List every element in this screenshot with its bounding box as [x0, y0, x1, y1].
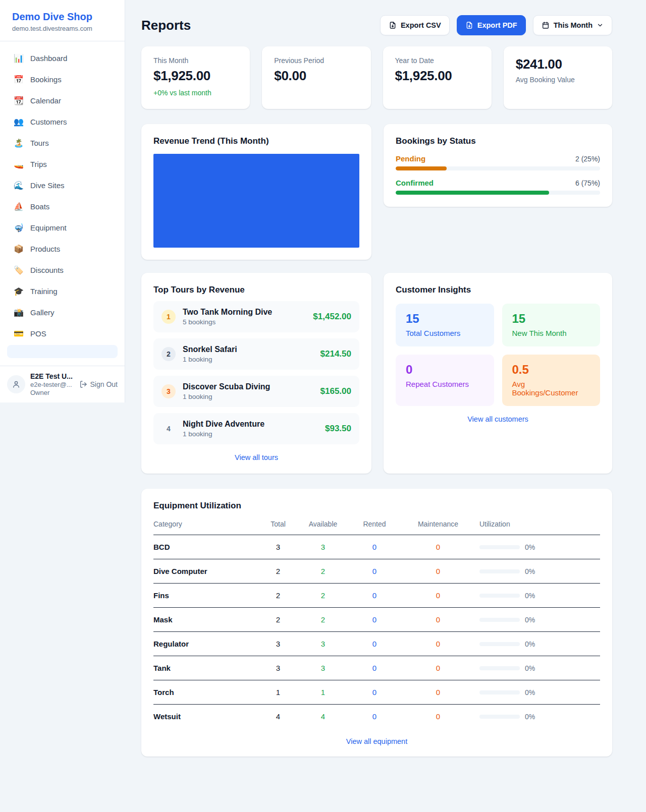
table-row: Dive Computer 2 2 0 0 0%: [153, 559, 600, 584]
sidebar-item-boats[interactable]: ⛵Boats: [6, 197, 119, 216]
chevron-down-icon: [597, 22, 604, 29]
export-csv-label: Export CSV: [401, 21, 441, 29]
sidebar-item-label: Dive Sites: [30, 181, 65, 190]
tile-new-this-month: 15 New This Month: [502, 304, 601, 346]
user-name: E2E Test U...: [30, 372, 74, 380]
sidebar-item-customers[interactable]: 👥Customers: [6, 112, 119, 132]
tour-revenue: $214.50: [320, 349, 351, 359]
boats-icon: ⛵: [13, 202, 24, 211]
revenue-trend-card: Revenue Trend (This Month): [141, 124, 371, 260]
tour-row: 1 Two Tank Morning Dive5 bookings $1,452…: [153, 301, 359, 332]
cell-category: Regulator: [153, 632, 255, 656]
cell-available: 2: [301, 584, 345, 608]
export-pdf-label: Export PDF: [477, 21, 517, 29]
cell-utilization: 0%: [472, 680, 600, 705]
page-header: Reports Export CSV Export PDF This Month: [141, 15, 612, 35]
tile-avg-bookings: 0.5 Avg Bookings/Customer: [502, 355, 601, 406]
tile-repeat-customers: 0 Repeat Customers: [396, 355, 494, 406]
view-all-equipment-link[interactable]: View all equipment: [153, 737, 600, 745]
customer-insights-title: Customer Insights: [396, 285, 600, 295]
sidebar-item-training[interactable]: 🎓Training: [6, 281, 119, 301]
utilization-bar: [479, 594, 520, 598]
gallery-icon: 📸: [13, 308, 24, 317]
sidebar-item-label: Training: [30, 287, 58, 296]
tour-revenue: $165.00: [320, 386, 351, 396]
calendar-icon: [542, 21, 550, 29]
sidebar-item-products[interactable]: 📦Products: [6, 239, 119, 259]
utilization-pct: 0%: [525, 688, 535, 697]
sidebar-item-discounts[interactable]: 🏷️Discounts: [6, 260, 119, 280]
cell-available: 3: [301, 656, 345, 680]
status-row-confirmed: Confirmed 6 (75%): [396, 179, 600, 195]
cell-category: Mask: [153, 608, 255, 632]
sign-out-label: Sign Out: [90, 380, 118, 388]
dive-sites-icon: 🌊: [13, 181, 24, 190]
sidebar-item-gallery[interactable]: 📸Gallery: [6, 303, 119, 322]
trips-icon: 🚤: [13, 159, 24, 169]
view-all-tours-link[interactable]: View all tours: [153, 453, 359, 461]
cell-total: 3: [255, 632, 301, 656]
status-label: Pending: [396, 154, 425, 163]
equipment-utilization-title: Equipment Utilization: [153, 501, 600, 511]
export-pdf-button[interactable]: Export PDF: [457, 15, 526, 35]
cell-maintenance: 0: [404, 680, 472, 705]
tours-icon: 🏝️: [13, 138, 24, 148]
cell-rented: 0: [345, 559, 404, 584]
sidebar-item-label: Tours: [30, 139, 49, 147]
cell-category: Tank: [153, 656, 255, 680]
sidebar-item-bookings[interactable]: 📅Bookings: [6, 70, 119, 89]
tour-revenue: $93.50: [325, 424, 351, 434]
rank-badge: 4: [162, 422, 176, 436]
table-row: Regulator 3 3 0 0 0%: [153, 632, 600, 656]
col-utilization: Utilization: [472, 516, 600, 535]
cell-category: Torch: [153, 680, 255, 705]
utilization-pct: 0%: [525, 713, 535, 721]
sidebar-item-trips[interactable]: 🚤Trips: [6, 154, 119, 174]
sidebar-item-dive-sites[interactable]: 🌊Dive Sites: [6, 176, 119, 195]
sidebar-item-label: Boats: [30, 202, 49, 211]
sidebar-item-pos[interactable]: 💳POS: [6, 324, 119, 343]
tour-revenue: $1,452.00: [313, 312, 351, 322]
sidebar-item-label: Equipment: [30, 223, 67, 232]
cell-available: 3: [301, 632, 345, 656]
table-row: Tank 3 3 0 0 0%: [153, 656, 600, 680]
equipment-utilization-card: Equipment Utilization Category Total Ava…: [141, 489, 612, 757]
sidebar-item-reports-partial[interactable]: [7, 345, 118, 358]
view-all-customers-link[interactable]: View all customers: [396, 415, 600, 423]
stat-label: Previous Period: [274, 56, 358, 65]
user-icon: [12, 380, 21, 389]
utilization-pct: 0%: [525, 567, 535, 575]
status-count: 6 (75%): [575, 179, 600, 187]
cell-total: 1: [255, 680, 301, 705]
export-csv-button[interactable]: Export CSV: [380, 15, 450, 35]
status-label: Confirmed: [396, 179, 434, 187]
utilization-bar: [479, 618, 520, 622]
sidebar-item-tours[interactable]: 🏝️Tours: [6, 133, 119, 153]
cell-available: 2: [301, 608, 345, 632]
cell-available: 2: [301, 559, 345, 584]
utilization-bar: [479, 690, 520, 694]
equipment-table-header: Category Total Available Rented Maintena…: [153, 516, 600, 535]
brand-name: Demo Dive Shop: [12, 10, 113, 23]
cell-category: BCD: [153, 535, 255, 559]
cell-total: 2: [255, 608, 301, 632]
tile-label: Repeat Customers: [406, 380, 484, 388]
cell-rented: 0: [345, 656, 404, 680]
sidebar-item-label: Calendar: [30, 96, 61, 105]
utilization-bar: [479, 569, 520, 573]
sidebar-nav: 📊Dashboard 📅Bookings 📆Calendar 👥Customer…: [0, 41, 125, 366]
sidebar-item-dashboard[interactable]: 📊Dashboard: [6, 48, 119, 68]
sign-out-button[interactable]: Sign Out: [79, 380, 118, 388]
cell-maintenance: 0: [404, 584, 472, 608]
cell-utilization: 0%: [472, 705, 600, 729]
customer-insights-card: Customer Insights 15 Total Customers 15 …: [384, 273, 612, 474]
sidebar-item-calendar[interactable]: 📆Calendar: [6, 91, 119, 110]
stat-card-this-month: This Month $1,925.00 +0% vs last month: [141, 46, 250, 109]
status-count: 2 (25%): [575, 155, 600, 163]
file-download-icon: [389, 21, 397, 29]
period-select[interactable]: This Month: [533, 15, 612, 35]
brand-block: Demo Dive Shop demo.test.divestreams.com: [0, 0, 125, 41]
bookings-by-status-title: Bookings by Status: [396, 136, 600, 146]
cell-utilization: 0%: [472, 608, 600, 632]
sidebar-item-equipment[interactable]: 🤿Equipment: [6, 218, 119, 238]
